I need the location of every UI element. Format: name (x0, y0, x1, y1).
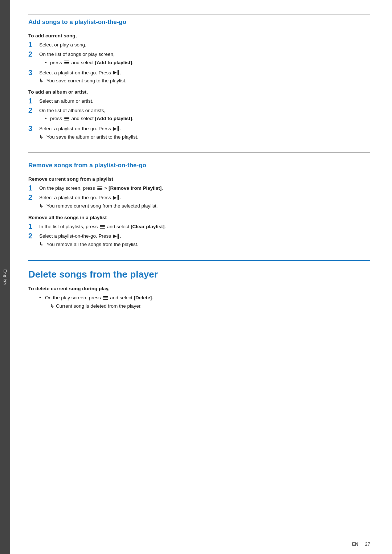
remove-songs-title: Remove songs from a playlist-on-the-go (28, 158, 370, 172)
divider-1 (28, 152, 370, 153)
menu-icon-1 (64, 61, 69, 64)
add-album-step-2-content: On the list of albums or artists, press … (39, 107, 370, 123)
remove-current-subsection: Remove current song from a playlist 1 On… (28, 176, 370, 210)
add-album-step-3: 3 Select a playlist-on-the-go. Press ▶‖.… (28, 125, 370, 141)
remove-current-heading: Remove current song from a playlist (28, 176, 370, 182)
add-album-step-1-text: Select an album or artist. (39, 98, 370, 105)
remove-all-heading: Remove all the songs in a playlist (28, 215, 370, 220)
menu-icon-3 (97, 186, 102, 190)
remove-current-result: You remove current song from the selecte… (39, 202, 370, 210)
main-content: Add songs to a playlist-on-the-go To add… (10, 0, 392, 554)
remove-current-step-2: 2 Select a playlist-on-the-go. Press ▶‖.… (28, 194, 370, 210)
language-code: EN (352, 541, 358, 547)
delete-current-content: On the play screen, press and select [De… (28, 294, 370, 310)
remove-all-steps: 1 In the list of playlists, press and se… (28, 223, 370, 249)
step-1-text: Select or play a song. (39, 41, 370, 49)
step-3-content: Select a playlist-on-the-go. Press ▶‖. Y… (39, 69, 370, 86)
remove-all-step-1: 1 In the list of playlists, press and se… (28, 223, 370, 230)
remove-all-subsection: Remove all the songs in a playlist 1 In … (28, 215, 370, 249)
remove-songs-section: Remove songs from a playlist-on-the-go R… (28, 158, 370, 249)
menu-icon-5 (103, 296, 108, 300)
play-pause-icon-2: ▶‖ (113, 125, 119, 132)
add-album-num-2: 2 (28, 106, 39, 114)
remove-from-playlist-label: [Remove from Playlist] (109, 185, 162, 191)
add-album-step-3-content: Select a playlist-on-the-go. Press ▶‖. Y… (39, 125, 370, 141)
menu-icon-4 (100, 225, 105, 229)
add-current-song-subsection: To add current song, 1 Select or play a … (28, 33, 370, 86)
add-current-step-2: 2 On the list of songs or play screen, p… (28, 51, 370, 67)
add-current-step-1: 1 Select or play a song. (28, 41, 370, 49)
step-num-1: 1 (28, 41, 39, 49)
delete-bullets: On the play screen, press and select [De… (39, 294, 370, 310)
add-current-song-steps: 1 Select or play a song. 2 On the list o… (28, 41, 370, 86)
play-pause-icon-1: ▶‖ (113, 69, 119, 76)
add-current-step-3: 3 Select a playlist-on-the-go. Press ▶‖.… (28, 69, 370, 86)
add-album-heading: To add an album or artist, (28, 89, 370, 95)
delete-songs-section: Delete songs from the player To delete c… (28, 266, 370, 310)
remove-current-num-1: 1 (28, 184, 39, 192)
add-album-subsection: To add an album or artist, 1 Select an a… (28, 89, 370, 142)
remove-current-step-2-content: Select a playlist-on-the-go. Press ▶‖. Y… (39, 194, 370, 210)
language-label: English (3, 269, 7, 285)
step-2-content: On the list of songs or play screen, pre… (39, 51, 370, 67)
add-album-num-1: 1 (28, 97, 39, 105)
add-album-step-2-bullets: press and select [Add to playlist]. (39, 115, 370, 122)
delete-current-subsection: To delete current song during play, On t… (28, 286, 370, 310)
remove-current-num-2: 2 (28, 193, 39, 201)
remove-all-num-1: 1 (28, 222, 39, 230)
divider-2 (28, 260, 370, 261)
language-tab: English (0, 0, 10, 554)
step-2-bullets: press and select [Add to playlist]. (39, 59, 370, 66)
remove-all-result: You remove all the songs from the playli… (39, 241, 370, 248)
add-to-playlist-label-2: [Add to playlist] (95, 116, 132, 121)
step-num-2: 2 (28, 50, 39, 58)
add-current-song-heading: To add current song, (28, 33, 370, 38)
remove-current-steps: 1 On the play screen, press > [Remove fr… (28, 185, 370, 210)
add-album-num-3: 3 (28, 124, 39, 132)
remove-current-step-1: 1 On the play screen, press > [Remove fr… (28, 185, 370, 192)
remove-all-step-1-content: In the list of playlists, press and sele… (39, 223, 370, 230)
page-footer: EN 27 (352, 541, 370, 547)
add-album-step-2: 2 On the list of albums or artists, pres… (28, 107, 370, 123)
remove-all-step-2: 2 Select a playlist-on-the-go. Press ▶‖.… (28, 233, 370, 249)
delete-bullet-1: On the play screen, press and select [De… (39, 294, 370, 310)
step-num-3: 3 (28, 69, 39, 77)
step-3-result: You save current song to the playlist. (39, 77, 370, 85)
play-pause-icon-3: ▶‖ (113, 194, 119, 201)
menu-icon-2 (64, 117, 69, 120)
delete-label: [Delete] (134, 295, 152, 300)
add-album-steps: 1 Select an album or artist. 2 On the li… (28, 98, 370, 142)
add-album-step-1: 1 Select an album or artist. (28, 98, 370, 105)
add-album-bullet-1: press and select [Add to playlist]. (45, 115, 370, 122)
delete-current-heading: To delete current song during play, (28, 286, 370, 291)
step-2-bullet-1: press and select [Add to playlist]. (45, 59, 370, 66)
add-album-step-3-result: You save the album or artist to the play… (39, 134, 370, 141)
delete-result: Current song is deleted from the player. (45, 303, 370, 310)
remove-current-step-1-content: On the play screen, press > [Remove from… (39, 185, 370, 192)
clear-playlist-label: [Clear playlist] (131, 224, 164, 229)
add-songs-title: Add songs to a playlist-on-the-go (28, 15, 370, 29)
remove-all-num-2: 2 (28, 232, 39, 240)
play-pause-icon-4: ▶‖ (113, 233, 119, 240)
page-number: 27 (365, 541, 370, 547)
add-to-playlist-label-1: [Add to playlist] (95, 60, 132, 65)
remove-all-step-2-content: Select a playlist-on-the-go. Press ▶‖. Y… (39, 233, 370, 249)
add-songs-section: Add songs to a playlist-on-the-go To add… (28, 15, 370, 141)
delete-songs-title: Delete songs from the player (28, 266, 370, 280)
